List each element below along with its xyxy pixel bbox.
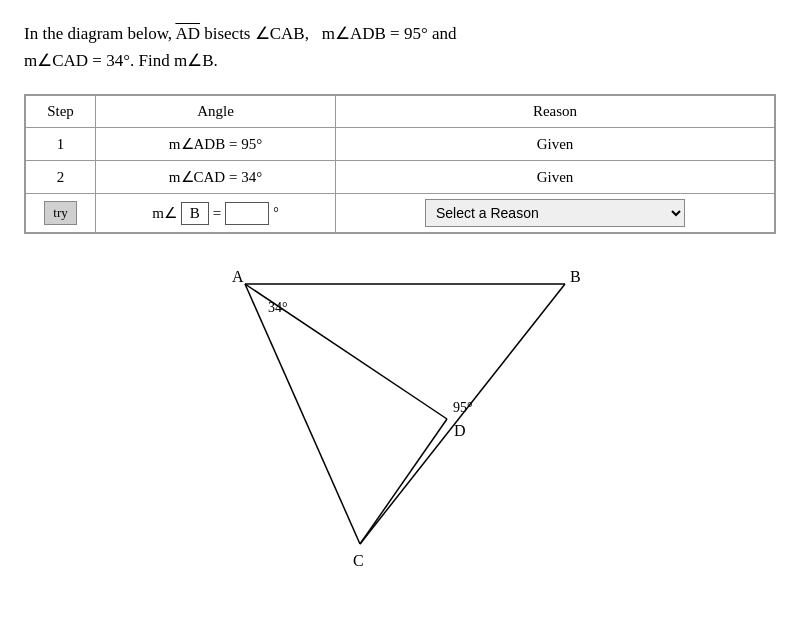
diagram-area: A B C D 34° 95° [24,264,776,574]
angle-34-label: 34° [268,300,288,315]
degree-symbol: ° [273,205,279,221]
label-b: B [570,268,581,285]
try-button[interactable]: try [44,201,76,225]
step-2: 2 [26,161,96,194]
find-text: Find m∠B. [139,51,218,70]
variable-box: B [181,202,209,225]
ad-overline-label: AD [175,24,200,43]
triangle-diagram: A B C D 34° 95° [210,264,590,574]
angle-input-group: m∠ B = ° [152,202,279,225]
m-angle-adb-label: m∠ADB = 95° [322,24,428,43]
angle-cab-label: ∠CAB, [255,24,309,43]
problem-text-and: and [432,24,457,43]
proof-table: Step Angle Reason 1 m∠ADB = 95° Given 2 … [25,95,775,233]
problem-statement: In the diagram below, AD bisects ∠CAB, m… [24,20,776,74]
table-row: 2 m∠CAD = 34° Given [26,161,775,194]
reason-select-cell: Select a Reason Given Angle Bisector Tri… [336,194,775,233]
reason-select[interactable]: Select a Reason Given Angle Bisector Tri… [425,199,685,227]
proof-table-container: Step Angle Reason 1 m∠ADB = 95° Given 2 … [24,94,776,234]
col-header-reason: Reason [336,96,775,128]
line-dc [360,419,447,544]
angle-row-1: m∠ADB = 95° [96,128,336,161]
try-row: try m∠ B = ° Select a Reason Given [26,194,775,233]
step-1: 1 [26,128,96,161]
angle-value-input[interactable] [225,202,269,225]
reason-row-1: Given [336,128,775,161]
angle-row-2: m∠CAD = 34° [96,161,336,194]
table-row: 1 m∠ADB = 95° Given [26,128,775,161]
label-c: C [353,552,364,569]
equals-label: = [213,205,221,222]
col-header-angle: Angle [96,96,336,128]
problem-text-before: In the diagram below, [24,24,172,43]
try-cell: try [26,194,96,233]
m-angle-cad-label: m∠CAD = 34°. [24,51,134,70]
label-d: D [454,422,466,439]
label-a: A [232,268,244,285]
m-angle-prefix: m∠ [152,204,177,222]
problem-text-bisects: bisects [204,24,250,43]
col-header-step: Step [26,96,96,128]
reason-row-2: Given [336,161,775,194]
angle-input-cell: m∠ B = ° [96,194,336,233]
angle-95-label: 95° [453,400,473,415]
